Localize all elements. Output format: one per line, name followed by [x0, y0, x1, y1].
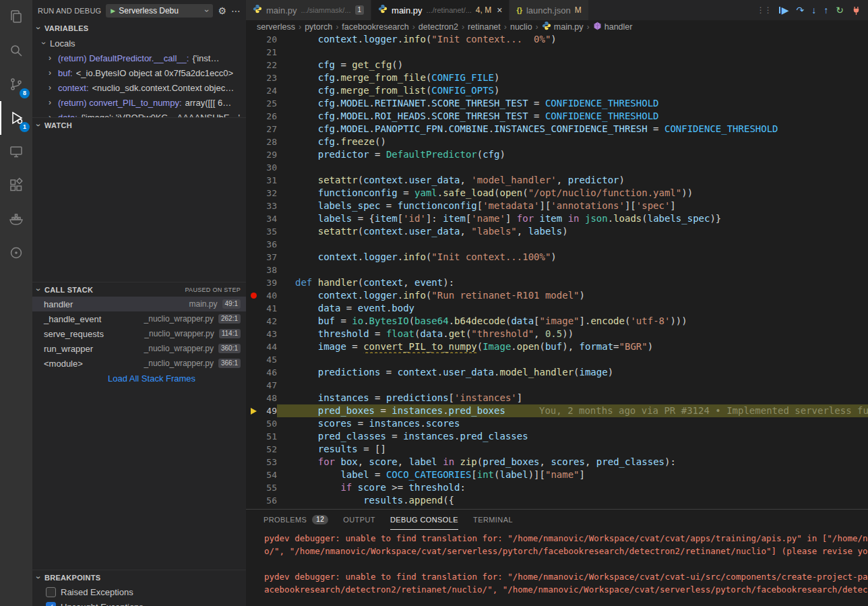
panel-tab-problems[interactable]: PROBLEMS12 — [264, 510, 328, 530]
code-line[interactable]: 24 cfg.merge_from_list(CONFIG_OPTS) — [246, 84, 868, 97]
line-number[interactable]: 24 — [261, 84, 277, 97]
line-number[interactable]: 55 — [261, 481, 277, 494]
line-number[interactable]: 26 — [261, 110, 277, 123]
load-all-stack-frames-link[interactable]: Load All Stack Frames — [32, 371, 246, 386]
glyph-margin[interactable] — [246, 123, 261, 135]
line-number[interactable]: 25 — [261, 97, 277, 110]
more-actions-icon[interactable]: ⋯ — [231, 5, 241, 16]
breadcrumb-file[interactable]: main.py — [542, 21, 584, 32]
breakpoint-item[interactable]: ✓Uncaught Exceptions — [32, 599, 246, 606]
line-number[interactable]: 41 — [261, 302, 277, 315]
variable-item[interactable]: ›buf:<_io.BytesIO object at 0x7f5a2dc1ec… — [32, 65, 246, 80]
panel-tab-output[interactable]: OUTPUT — [343, 510, 375, 530]
code-line[interactable]: 55 if score >= threshold: — [246, 481, 868, 494]
activity-search[interactable] — [0, 34, 32, 67]
glyph-margin[interactable] — [246, 443, 261, 456]
code-line[interactable]: 53 for box, score, label in zip(pred_box… — [246, 456, 868, 468]
gear-icon[interactable]: ⚙ — [218, 5, 226, 16]
glyph-margin[interactable] — [246, 135, 261, 148]
breadcrumb-item[interactable]: facebookresearch — [342, 22, 408, 32]
glyph-margin[interactable] — [246, 481, 261, 494]
line-number[interactable]: 39 — [261, 276, 277, 289]
glyph-margin[interactable] — [246, 366, 261, 379]
glyph-margin[interactable] — [246, 225, 261, 238]
breadcrumb-item[interactable]: detectron2 — [418, 22, 458, 32]
code-line[interactable]: 39def handler(context, event): — [246, 276, 868, 289]
stack-frame[interactable]: serve_requests_nuclio_wrapper.py114:1 — [32, 326, 246, 341]
glyph-margin[interactable] — [246, 315, 261, 328]
glyph-margin[interactable] — [246, 494, 261, 507]
activity-extensions[interactable] — [0, 169, 32, 202]
line-number[interactable]: 56 — [261, 494, 277, 507]
checkbox[interactable]: ✓ — [46, 602, 56, 606]
code-editor[interactable]: 20 context.logger.info("Init context... … — [246, 33, 868, 509]
glyph-margin[interactable] — [246, 46, 261, 59]
code-line[interactable]: 26 cfg.MODEL.ROI_HEADS.SCORE_THRESH_TEST… — [246, 110, 868, 123]
line-number[interactable]: 33 — [261, 200, 277, 212]
code-line[interactable]: 54 label = COCO_CATEGORIES[int(label)]["… — [246, 468, 868, 481]
editor-tab[interactable]: main.py.../retinanet/...4, M× — [371, 0, 509, 20]
glyph-margin[interactable] — [246, 276, 261, 289]
activity-explorer[interactable] — [0, 0, 32, 34]
step-out-button[interactable]: ↑ — [824, 5, 828, 16]
variable-item[interactable]: ›(return) DefaultPredictor.__call__:{'in… — [32, 51, 246, 65]
line-number[interactable]: 52 — [261, 443, 277, 456]
code-line[interactable]: 50 scores = instances.scores — [246, 417, 868, 430]
code-line[interactable]: 33 labels_spec = functionconfig['metadat… — [246, 200, 868, 212]
glyph-margin[interactable] — [246, 417, 261, 430]
variable-item[interactable]: ›context:<nuclio_sdk.context.Context obj… — [32, 80, 246, 95]
editor-tab[interactable]: main.py.../siammask/...1 — [246, 0, 371, 20]
glyph-margin[interactable] — [246, 251, 261, 264]
code-line[interactable]: 37 context.logger.info("Init context...1… — [246, 251, 868, 264]
line-number[interactable]: 51 — [261, 430, 277, 443]
line-number[interactable]: 31 — [261, 174, 277, 187]
breakpoints-section-header[interactable]: › BREAKPOINTS — [32, 570, 246, 584]
chevron-collapsed-icon[interactable]: › — [49, 68, 58, 78]
step-over-button[interactable]: ↷ — [797, 5, 805, 16]
disconnect-button[interactable] — [851, 5, 861, 16]
glyph-margin[interactable] — [246, 353, 261, 366]
line-number[interactable]: 44 — [261, 340, 277, 353]
glyph-margin[interactable] — [246, 456, 261, 468]
line-number[interactable]: 36 — [261, 238, 277, 251]
stack-frame[interactable]: run_wrapper_nuclio_wrapper.py360:1 — [32, 341, 246, 356]
line-number[interactable]: 43 — [261, 328, 277, 340]
line-number[interactable]: 40 — [261, 289, 277, 302]
breakpoint-icon[interactable] — [251, 293, 257, 299]
glyph-margin[interactable] — [246, 200, 261, 212]
panel-tab-terminal[interactable]: TERMINAL — [473, 510, 513, 530]
code-line[interactable]: 38 — [246, 264, 868, 276]
code-line[interactable]: 42 buf = io.BytesIO(base64.b64decode(dat… — [246, 315, 868, 328]
code-line[interactable]: 30 — [246, 161, 868, 174]
line-number[interactable]: 28 — [261, 135, 277, 148]
line-number[interactable]: 47 — [261, 379, 277, 392]
line-number[interactable]: 30 — [261, 161, 277, 174]
code-line[interactable]: 51 pred_classes = instances.pred_classes — [246, 430, 868, 443]
drag-grip-icon[interactable]: ⋮⋮ — [757, 5, 772, 15]
step-into-button[interactable]: ↓ — [811, 5, 816, 16]
breadcrumb-item[interactable]: retinanet — [468, 22, 501, 32]
line-number[interactable]: 45 — [261, 353, 277, 366]
chevron-collapsed-icon[interactable]: › — [49, 98, 58, 107]
breadcrumb-symbol[interactable]: handler — [593, 22, 633, 32]
activity-source-control[interactable]: 8 — [0, 67, 32, 101]
code-line[interactable]: 47 — [246, 379, 868, 392]
code-line[interactable]: 22 cfg = get_cfg() — [246, 59, 868, 71]
glyph-margin[interactable] — [246, 468, 261, 481]
debug-console-output[interactable]: pydev debugger: unable to find translati… — [246, 530, 868, 606]
code-line[interactable]: 32 functionconfig = yaml.safe_load(open(… — [246, 187, 868, 200]
line-number[interactable]: 50 — [261, 417, 277, 430]
activity-remote-explorer[interactable] — [0, 135, 32, 169]
glyph-margin[interactable] — [246, 148, 261, 161]
glyph-margin[interactable] — [246, 97, 261, 110]
glyph-margin[interactable] — [246, 238, 261, 251]
line-number[interactable]: 27 — [261, 123, 277, 135]
glyph-margin[interactable] — [246, 174, 261, 187]
code-line[interactable]: 35 setattr(context.user_data, "labels", … — [246, 225, 868, 238]
line-number[interactable]: 53 — [261, 456, 277, 468]
glyph-margin[interactable] — [246, 302, 261, 315]
glyph-margin[interactable] — [246, 71, 261, 84]
stack-frame[interactable]: handlermain.py49:1 — [32, 297, 246, 311]
variable-item[interactable]: ›(return) convert_PIL_to_numpy:array([[[… — [32, 95, 246, 110]
glyph-margin[interactable] — [246, 84, 261, 97]
